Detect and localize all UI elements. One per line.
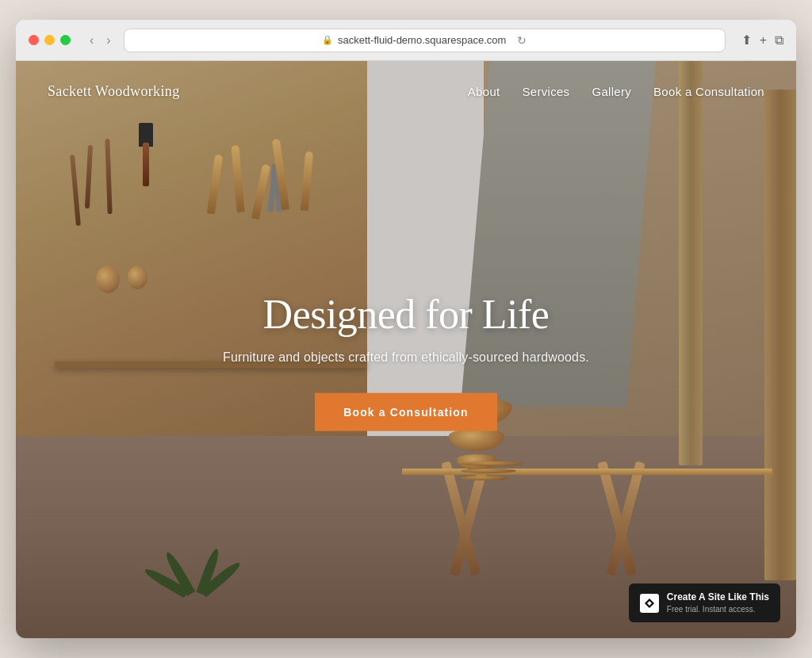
website-content: Sackett Woodworking About Services Galle… <box>16 61 796 638</box>
nav-services[interactable]: Services <box>523 85 570 98</box>
plate-1 <box>461 461 524 466</box>
new-tab-icon[interactable]: + <box>760 33 767 48</box>
toolbar-right: ⬆ + ⧉ <box>741 33 783 48</box>
share-icon[interactable]: ⬆ <box>741 33 752 48</box>
browser-chrome: ‹ › 🔒 sackett-fluid-demo.squarespace.com… <box>16 20 796 61</box>
cta-button[interactable]: Book a Consultation <box>315 393 496 431</box>
tool-chisel-3 <box>105 139 112 214</box>
site-logo[interactable]: Sackett Woodworking <box>48 83 180 100</box>
plate-2 <box>461 469 516 473</box>
site-nav: Sackett Woodworking About Services Galle… <box>16 61 796 122</box>
browser-controls: ‹ › <box>86 33 114 48</box>
hero-title: Designed for Life <box>168 291 644 338</box>
spoon-5 <box>300 151 312 212</box>
nav-links: About Services Gallery Book a Consultati… <box>468 85 764 98</box>
nav-gallery[interactable]: Gallery <box>592 85 631 98</box>
close-button[interactable] <box>29 35 39 45</box>
wooden-balls-group <box>96 266 147 293</box>
wooden-ball-2 <box>128 266 147 289</box>
plate-3 <box>461 476 508 480</box>
tool-chisel-1 <box>70 155 81 226</box>
spoon-1 <box>207 155 223 215</box>
brush <box>139 123 153 186</box>
bowl-medium <box>449 429 504 451</box>
badge-title: Create A Site Like This <box>667 591 769 604</box>
tabs-icon[interactable]: ⧉ <box>775 33 783 48</box>
lock-icon: 🔒 <box>322 35 333 45</box>
tool-chisel-2 <box>85 145 93 208</box>
browser-window: ‹ › 🔒 sackett-fluid-demo.squarespace.com… <box>16 20 796 638</box>
plates-stack <box>461 461 524 480</box>
minimize-button[interactable] <box>44 35 55 45</box>
badge-subtitle: Free trial. Instant access. <box>667 604 769 614</box>
nav-book-consultation[interactable]: Book a Consultation <box>653 85 764 98</box>
url-text: sackett-fluid-demo.squarespace.com <box>338 34 506 46</box>
squarespace-icon <box>640 594 659 613</box>
wooden-ball-1 <box>96 266 120 293</box>
back-button[interactable]: ‹ <box>86 33 97 48</box>
badge-text: Create A Site Like This Free trial. Inst… <box>667 591 769 614</box>
address-bar[interactable]: 🔒 sackett-fluid-demo.squarespace.com ↻ <box>124 29 726 52</box>
brush-handle <box>143 143 149 186</box>
forward-button[interactable]: › <box>103 33 113 48</box>
traffic-lights <box>29 35 71 45</box>
reload-icon[interactable]: ↻ <box>517 34 527 47</box>
nav-about[interactable]: About <box>468 85 500 98</box>
maximize-button[interactable] <box>60 35 71 45</box>
spoon-2 <box>231 145 244 213</box>
squarespace-badge[interactable]: Create A Site Like This Free trial. Inst… <box>629 583 780 622</box>
hero-content: Designed for Life Furniture and objects … <box>168 291 644 431</box>
hero-subtitle: Furniture and objects crafted from ethic… <box>168 350 644 365</box>
